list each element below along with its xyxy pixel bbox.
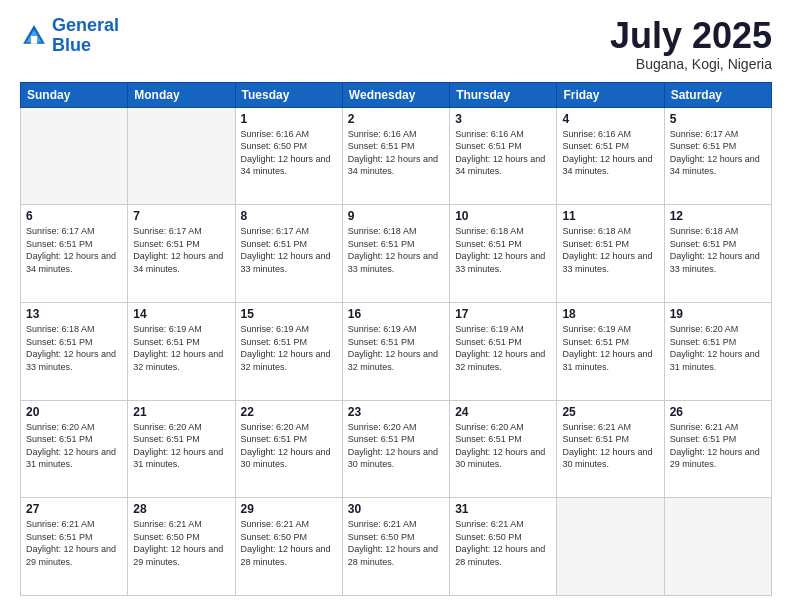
day-info: Sunrise: 6:20 AM Sunset: 6:51 PM Dayligh…: [455, 421, 551, 471]
header-monday: Monday: [128, 82, 235, 107]
day-info: Sunrise: 6:17 AM Sunset: 6:51 PM Dayligh…: [26, 225, 122, 275]
day-info: Sunrise: 6:17 AM Sunset: 6:51 PM Dayligh…: [133, 225, 229, 275]
table-cell: 3Sunrise: 6:16 AM Sunset: 6:51 PM Daylig…: [450, 107, 557, 205]
day-info: Sunrise: 6:20 AM Sunset: 6:51 PM Dayligh…: [348, 421, 444, 471]
header-sunday: Sunday: [21, 82, 128, 107]
day-info: Sunrise: 6:17 AM Sunset: 6:51 PM Dayligh…: [241, 225, 337, 275]
day-number: 18: [562, 307, 658, 321]
table-cell: 27Sunrise: 6:21 AM Sunset: 6:51 PM Dayli…: [21, 498, 128, 596]
svg-rect-2: [31, 36, 37, 44]
week-row-2: 13Sunrise: 6:18 AM Sunset: 6:51 PM Dayli…: [21, 302, 772, 400]
logo-text: General Blue: [52, 16, 119, 56]
day-info: Sunrise: 6:16 AM Sunset: 6:51 PM Dayligh…: [562, 128, 658, 178]
day-info: Sunrise: 6:18 AM Sunset: 6:51 PM Dayligh…: [348, 225, 444, 275]
day-info: Sunrise: 6:21 AM Sunset: 6:50 PM Dayligh…: [455, 518, 551, 568]
day-number: 15: [241, 307, 337, 321]
week-row-0: 1Sunrise: 6:16 AM Sunset: 6:50 PM Daylig…: [21, 107, 772, 205]
day-info: Sunrise: 6:20 AM Sunset: 6:51 PM Dayligh…: [26, 421, 122, 471]
day-number: 10: [455, 209, 551, 223]
day-number: 2: [348, 112, 444, 126]
table-cell: 18Sunrise: 6:19 AM Sunset: 6:51 PM Dayli…: [557, 302, 664, 400]
day-number: 29: [241, 502, 337, 516]
table-cell: 9Sunrise: 6:18 AM Sunset: 6:51 PM Daylig…: [342, 205, 449, 303]
day-info: Sunrise: 6:18 AM Sunset: 6:51 PM Dayligh…: [26, 323, 122, 373]
day-info: Sunrise: 6:16 AM Sunset: 6:50 PM Dayligh…: [241, 128, 337, 178]
day-number: 3: [455, 112, 551, 126]
header-wednesday: Wednesday: [342, 82, 449, 107]
table-cell: 10Sunrise: 6:18 AM Sunset: 6:51 PM Dayli…: [450, 205, 557, 303]
table-cell: 19Sunrise: 6:20 AM Sunset: 6:51 PM Dayli…: [664, 302, 771, 400]
day-number: 16: [348, 307, 444, 321]
day-number: 24: [455, 405, 551, 419]
logo-icon: [20, 22, 48, 50]
day-number: 1: [241, 112, 337, 126]
day-info: Sunrise: 6:21 AM Sunset: 6:50 PM Dayligh…: [241, 518, 337, 568]
day-info: Sunrise: 6:19 AM Sunset: 6:51 PM Dayligh…: [241, 323, 337, 373]
day-number: 4: [562, 112, 658, 126]
day-info: Sunrise: 6:19 AM Sunset: 6:51 PM Dayligh…: [133, 323, 229, 373]
day-number: 12: [670, 209, 766, 223]
day-number: 23: [348, 405, 444, 419]
table-cell: [21, 107, 128, 205]
table-cell: 2Sunrise: 6:16 AM Sunset: 6:51 PM Daylig…: [342, 107, 449, 205]
day-number: 31: [455, 502, 551, 516]
day-number: 5: [670, 112, 766, 126]
calendar-title: July 2025: [610, 16, 772, 56]
day-info: Sunrise: 6:19 AM Sunset: 6:51 PM Dayligh…: [348, 323, 444, 373]
header: General Blue July 2025 Bugana, Kogi, Nig…: [20, 16, 772, 72]
day-info: Sunrise: 6:21 AM Sunset: 6:50 PM Dayligh…: [348, 518, 444, 568]
week-row-3: 20Sunrise: 6:20 AM Sunset: 6:51 PM Dayli…: [21, 400, 772, 498]
table-cell: 26Sunrise: 6:21 AM Sunset: 6:51 PM Dayli…: [664, 400, 771, 498]
table-cell: 29Sunrise: 6:21 AM Sunset: 6:50 PM Dayli…: [235, 498, 342, 596]
table-cell: 31Sunrise: 6:21 AM Sunset: 6:50 PM Dayli…: [450, 498, 557, 596]
day-number: 25: [562, 405, 658, 419]
day-info: Sunrise: 6:20 AM Sunset: 6:51 PM Dayligh…: [241, 421, 337, 471]
table-cell: 7Sunrise: 6:17 AM Sunset: 6:51 PM Daylig…: [128, 205, 235, 303]
table-cell: 15Sunrise: 6:19 AM Sunset: 6:51 PM Dayli…: [235, 302, 342, 400]
logo: General Blue: [20, 16, 119, 56]
header-friday: Friday: [557, 82, 664, 107]
day-number: 26: [670, 405, 766, 419]
day-info: Sunrise: 6:21 AM Sunset: 6:51 PM Dayligh…: [26, 518, 122, 568]
day-info: Sunrise: 6:16 AM Sunset: 6:51 PM Dayligh…: [455, 128, 551, 178]
day-number: 28: [133, 502, 229, 516]
table-cell: 23Sunrise: 6:20 AM Sunset: 6:51 PM Dayli…: [342, 400, 449, 498]
calendar-header-row: Sunday Monday Tuesday Wednesday Thursday…: [21, 82, 772, 107]
day-info: Sunrise: 6:20 AM Sunset: 6:51 PM Dayligh…: [133, 421, 229, 471]
calendar-table: Sunday Monday Tuesday Wednesday Thursday…: [20, 82, 772, 596]
title-block: July 2025 Bugana, Kogi, Nigeria: [610, 16, 772, 72]
table-cell: [128, 107, 235, 205]
table-cell: 22Sunrise: 6:20 AM Sunset: 6:51 PM Dayli…: [235, 400, 342, 498]
day-number: 13: [26, 307, 122, 321]
header-tuesday: Tuesday: [235, 82, 342, 107]
table-cell: 6Sunrise: 6:17 AM Sunset: 6:51 PM Daylig…: [21, 205, 128, 303]
table-cell: [557, 498, 664, 596]
day-info: Sunrise: 6:18 AM Sunset: 6:51 PM Dayligh…: [670, 225, 766, 275]
day-info: Sunrise: 6:19 AM Sunset: 6:51 PM Dayligh…: [562, 323, 658, 373]
week-row-1: 6Sunrise: 6:17 AM Sunset: 6:51 PM Daylig…: [21, 205, 772, 303]
day-info: Sunrise: 6:18 AM Sunset: 6:51 PM Dayligh…: [562, 225, 658, 275]
table-cell: 17Sunrise: 6:19 AM Sunset: 6:51 PM Dayli…: [450, 302, 557, 400]
table-cell: 24Sunrise: 6:20 AM Sunset: 6:51 PM Dayli…: [450, 400, 557, 498]
table-cell: 13Sunrise: 6:18 AM Sunset: 6:51 PM Dayli…: [21, 302, 128, 400]
calendar-subtitle: Bugana, Kogi, Nigeria: [610, 56, 772, 72]
day-number: 7: [133, 209, 229, 223]
day-number: 11: [562, 209, 658, 223]
week-row-4: 27Sunrise: 6:21 AM Sunset: 6:51 PM Dayli…: [21, 498, 772, 596]
table-cell: 16Sunrise: 6:19 AM Sunset: 6:51 PM Dayli…: [342, 302, 449, 400]
day-info: Sunrise: 6:20 AM Sunset: 6:51 PM Dayligh…: [670, 323, 766, 373]
day-number: 14: [133, 307, 229, 321]
day-number: 20: [26, 405, 122, 419]
header-thursday: Thursday: [450, 82, 557, 107]
day-info: Sunrise: 6:19 AM Sunset: 6:51 PM Dayligh…: [455, 323, 551, 373]
calendar-page: General Blue July 2025 Bugana, Kogi, Nig…: [0, 0, 792, 612]
day-info: Sunrise: 6:21 AM Sunset: 6:51 PM Dayligh…: [562, 421, 658, 471]
table-cell: 20Sunrise: 6:20 AM Sunset: 6:51 PM Dayli…: [21, 400, 128, 498]
day-info: Sunrise: 6:16 AM Sunset: 6:51 PM Dayligh…: [348, 128, 444, 178]
table-cell: 8Sunrise: 6:17 AM Sunset: 6:51 PM Daylig…: [235, 205, 342, 303]
day-number: 8: [241, 209, 337, 223]
day-number: 30: [348, 502, 444, 516]
table-cell: 30Sunrise: 6:21 AM Sunset: 6:50 PM Dayli…: [342, 498, 449, 596]
table-cell: 12Sunrise: 6:18 AM Sunset: 6:51 PM Dayli…: [664, 205, 771, 303]
table-cell: 14Sunrise: 6:19 AM Sunset: 6:51 PM Dayli…: [128, 302, 235, 400]
